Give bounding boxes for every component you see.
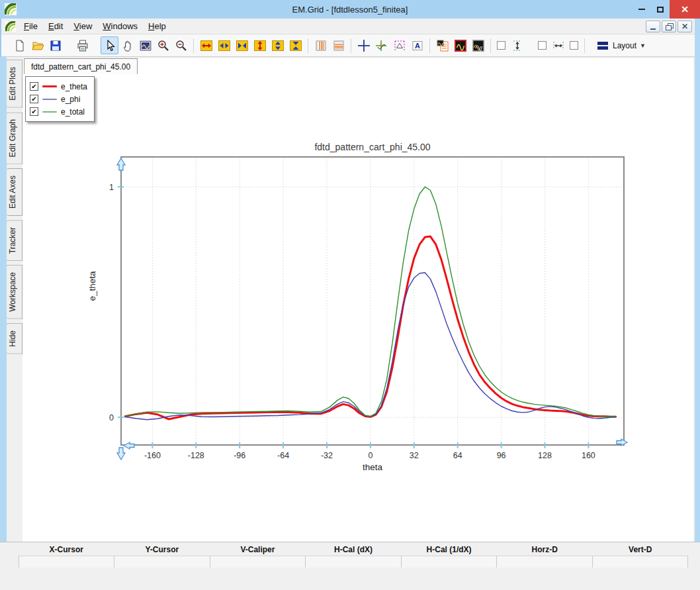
svg-text:0: 0	[368, 451, 372, 460]
toolbar-button-save[interactable]	[46, 36, 64, 54]
plot-canvas: fdtd_pattern_cart_phi_45.00 ✔e_theta✔e_p…	[22, 58, 693, 542]
sidebar-tab-hide[interactable]: Hide	[7, 323, 22, 354]
expand-y-icon	[253, 39, 267, 52]
status-value-v-caliper	[210, 556, 306, 567]
sidebar-tab-workspace[interactable]: Workspace	[7, 265, 22, 319]
status-label-h-cal-dx-: H-Cal (dX)	[306, 544, 402, 556]
mdi-restore-button[interactable]	[662, 21, 676, 32]
menu-view[interactable]: View	[68, 19, 97, 33]
mdi-minimize-button[interactable]	[646, 21, 660, 32]
toolbar-button-plot-overlay[interactable]	[469, 36, 487, 54]
grid-vertical-icon	[314, 39, 328, 52]
chevron-down-icon: ▼	[640, 42, 646, 49]
legend-box: ✔e_theta✔e_phi✔e_total	[25, 76, 95, 122]
menu-help[interactable]: Help	[143, 19, 171, 33]
toolbar-button-plot-report[interactable]	[433, 36, 451, 54]
toolbar-button-select-arrow[interactable]	[101, 36, 118, 54]
compress-x-icon	[236, 39, 249, 52]
svg-text:0: 0	[109, 413, 114, 422]
svg-text:-96: -96	[234, 451, 245, 460]
status-label-horz-d: Horz-D	[497, 544, 593, 556]
mdi-close-icon: ✕	[681, 23, 688, 30]
legend-checkbox-e_phi[interactable]: ✔	[30, 95, 38, 103]
new-document-icon	[13, 39, 26, 52]
toolbar-button-zoom-out[interactable]	[172, 36, 190, 54]
crosshair-icon	[357, 39, 371, 52]
save-icon	[49, 39, 62, 52]
layout-dropdown-button[interactable]: Layout▼	[592, 38, 650, 54]
toolbar-checkbox-sync-top[interactable]	[497, 41, 505, 50]
y-axis-label: e_theta	[87, 260, 98, 313]
sidebar-tab-edit-axes[interactable]: Edit Axes	[7, 168, 22, 216]
toolbar-button-crosshair[interactable]	[355, 36, 372, 54]
status-value-h-cal-dx-	[306, 556, 401, 567]
toolbar-button-zoom-window[interactable]	[136, 36, 154, 54]
sidebar-tab-edit-graph[interactable]: Edit Graph	[7, 112, 22, 164]
svg-text:-128: -128	[188, 451, 204, 460]
status-label-h-cal-1-dx-: H-Cal (1/dX)	[401, 544, 497, 556]
legend-item-e_total: ✔e_total	[30, 105, 87, 118]
sidebar-tab-tracker[interactable]: Tracker	[7, 220, 22, 261]
main-area: Edit PlotsEdit GraphEdit AxesTrackerWork…	[0, 57, 700, 542]
toolbar-button-grid-vertical[interactable]	[312, 36, 329, 54]
status-label-y-cursor: Y-Cursor	[114, 544, 210, 556]
toolbar: ALayout▼	[1, 34, 699, 57]
toolbar-button-zoom-in[interactable]	[154, 36, 172, 54]
toolbar-button-text-annotation[interactable]: A	[408, 36, 426, 54]
toolbar-button-compress-x[interactable]	[233, 36, 251, 54]
maximize-icon	[657, 7, 664, 13]
toolbar-button-plot-single[interactable]	[451, 36, 469, 54]
toolbar-button-open-folder[interactable]	[28, 36, 46, 54]
x-axis-label: theta	[121, 462, 624, 472]
menu-windows[interactable]: Windows	[97, 19, 143, 33]
shift-x-icon	[218, 39, 231, 52]
chart-title: fdtd_pattern_cart_phi_45.00	[121, 142, 624, 152]
plot-report-icon	[436, 39, 449, 52]
toolbar-button-pan-hand[interactable]	[118, 36, 136, 54]
titlebar: EM.Grid - [fdtdlesson5_finitea] ✕	[0, 0, 700, 19]
toolbar-checkbox-link-left[interactable]	[538, 41, 547, 50]
svg-text:128: 128	[538, 451, 552, 460]
sidebar-tab-edit-plots[interactable]: Edit Plots	[7, 60, 22, 108]
toolbar-button-expand-x[interactable]	[197, 36, 215, 54]
toolbar-button-space-vertical[interactable]	[508, 36, 526, 54]
toolbar-separator	[193, 38, 194, 53]
legend-checkbox-e_total[interactable]: ✔	[30, 107, 38, 116]
toolbar-button-new-document[interactable]	[11, 36, 28, 54]
minimize-icon	[638, 9, 645, 10]
status-value-horz-d	[497, 556, 592, 567]
plot-overlay-icon	[472, 39, 485, 52]
svg-text:1: 1	[109, 183, 114, 192]
minimize-button[interactable]	[633, 0, 651, 19]
svg-text:-64: -64	[277, 451, 289, 460]
toolbar-button-print[interactable]	[73, 36, 91, 54]
toolbar-button-tracker[interactable]	[372, 36, 390, 54]
toolbar-checkbox-link-right[interactable]	[570, 41, 578, 50]
toolbar-button-caliper[interactable]	[390, 36, 408, 54]
print-icon	[76, 39, 89, 52]
legend-line-sample	[42, 111, 57, 113]
layout-bars-icon	[596, 39, 609, 52]
menu-edit[interactable]: Edit	[43, 19, 68, 33]
toolbar-button-compress-y[interactable]	[286, 36, 304, 54]
legend-item-e_theta: ✔e_theta	[30, 80, 87, 93]
toolbar-button-grid-horizontal[interactable]	[329, 36, 347, 54]
toolbar-button-shift-y[interactable]	[269, 36, 286, 54]
toolbar-button-shift-x[interactable]	[215, 36, 233, 54]
toolbar-separator	[351, 38, 351, 53]
legend-line-sample	[42, 99, 57, 100]
toolbar-button-expand-y[interactable]	[251, 36, 269, 54]
svg-text:64: 64	[453, 451, 462, 460]
close-button[interactable]: ✕	[670, 0, 700, 19]
legend-checkbox-e_theta[interactable]: ✔	[30, 82, 38, 91]
open-folder-icon	[31, 39, 44, 52]
maximize-button[interactable]	[651, 0, 670, 19]
menu-file[interactable]: File	[19, 19, 43, 33]
mdi-close-button[interactable]: ✕	[678, 21, 692, 32]
space-horizontal-icon	[552, 39, 565, 52]
status-label-v-caliper: V-Caliper	[210, 544, 306, 556]
toolbar-button-space-horizontal[interactable]	[549, 36, 567, 54]
legend-label: e_phi	[61, 95, 80, 104]
space-vertical-icon	[511, 39, 524, 52]
document-logo-icon	[5, 21, 16, 32]
